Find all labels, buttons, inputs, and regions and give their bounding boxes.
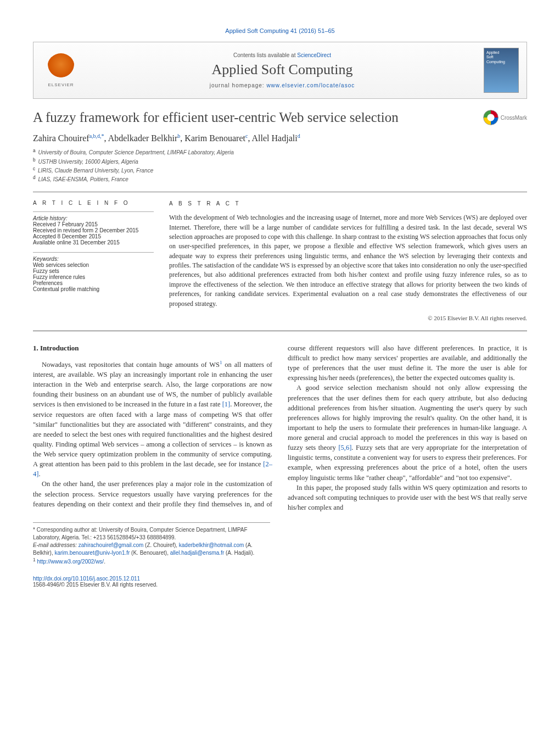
journal-cover-icon: Applied Soft Computing (484, 48, 519, 93)
keywords-label: Keywords: (33, 256, 154, 262)
issn-line: 1568-4946/© 2015 Elsevier B.V. All right… (33, 582, 527, 588)
corresponding-author: * Corresponding author at: University of… (33, 526, 270, 542)
abstract: A B S T R A C T With the development of … (169, 200, 527, 323)
elsevier-logo-icon: ELSEVIER (41, 49, 81, 92)
contents-line: Contents lists available at ScienceDirec… (81, 52, 484, 58)
body-p4: In this paper, the proposed study falls … (288, 483, 527, 512)
abstract-heading: A B S T R A C T (169, 200, 527, 208)
crossmark-icon (483, 110, 499, 125)
body-p3: A good service selection mechanism shoul… (288, 383, 527, 482)
article-title: A fuzzy framework for efficient user-cen… (33, 110, 483, 125)
journal-title: Applied Soft Computing (81, 62, 484, 78)
footnotes: * Corresponding author at: University of… (33, 522, 270, 566)
sciencedirect-link[interactable]: ScienceDirect (297, 52, 331, 58)
email-addresses: E-mail addresses: zahirachouiref@gmail.c… (33, 542, 270, 557)
history-label: Article history: (33, 215, 154, 221)
journal-header: ELSEVIER Contents lists available at Sci… (33, 42, 527, 99)
homepage-link[interactable]: www.elsevier.com/locate/asoc (266, 82, 355, 88)
article-info: A R T I C L E I N F O Article history: R… (33, 200, 154, 323)
article-info-heading: A R T I C L E I N F O (33, 200, 154, 206)
section-heading: 1. Introduction (33, 343, 272, 354)
copyright: © 2015 Elsevier B.V. All rights reserved… (169, 314, 527, 323)
crossmark-badge[interactable]: CrossMark (483, 110, 527, 125)
citation: Applied Soft Computing 41 (2016) 51–65 (33, 27, 527, 34)
body-text: 1. Introduction Nowadays, vast repositor… (33, 343, 527, 512)
doi-block: http://dx.doi.org/10.1016/j.asoc.2015.12… (33, 576, 527, 588)
footnote-link[interactable]: http://www.w3.org/2002/ws/ (37, 559, 104, 565)
doi-link[interactable]: http://dx.doi.org/10.1016/j.asoc.2015.12… (33, 576, 140, 582)
authors: Zahira Chouirefa,b,d,*, Abdelkader Belkh… (33, 133, 527, 143)
abstract-text: With the development of Web technologies… (169, 213, 527, 309)
homepage-line: journal homepage: www.elsevier.com/locat… (81, 82, 484, 88)
affiliations: a University of Bouira, Computer Science… (33, 148, 527, 183)
footnote-1: 1 http://www.w3.org/2002/ws/. (33, 557, 270, 566)
body-p1: Nowadays, vast repositories that contain… (33, 359, 272, 479)
